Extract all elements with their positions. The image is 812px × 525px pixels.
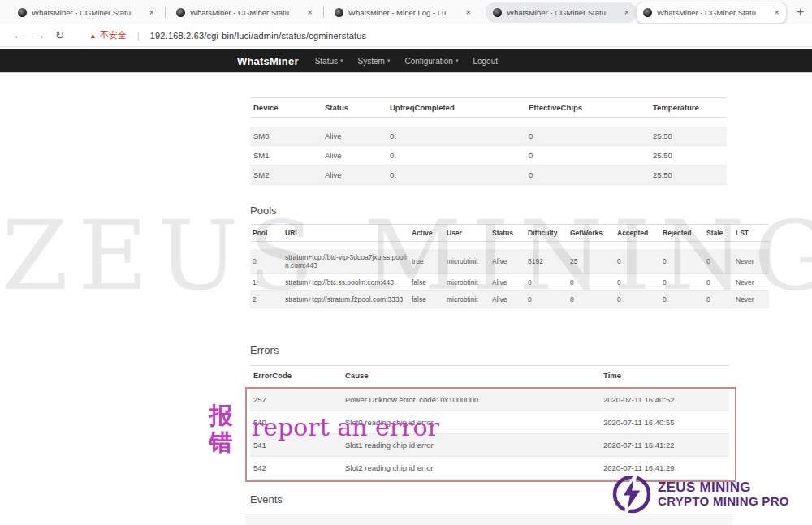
tab-title: WhatsMiner - Miner Log - Lu xyxy=(348,8,461,17)
table-cell: 0 xyxy=(568,291,615,308)
nav-logout[interactable]: Logout xyxy=(473,57,498,66)
tab-close-icon[interactable]: × xyxy=(775,7,780,17)
table-cell: microbtinit xyxy=(444,291,490,308)
table-cell: 0 xyxy=(704,291,733,308)
table-cell: 0 xyxy=(615,291,660,308)
table-cell: Alive xyxy=(490,249,525,274)
whatsminer-favicon xyxy=(493,8,502,17)
whatsminer-favicon xyxy=(335,8,343,17)
pools-table: PoolURLActiveUserStatusDifficultyGetWork… xyxy=(250,224,769,308)
table-cell: Alive xyxy=(322,127,387,146)
lightning-bolt-icon xyxy=(611,473,653,515)
tab-divider xyxy=(482,7,482,18)
table-header-row: DeviceStatusUpfreqCompletedEffectiveChip… xyxy=(250,98,727,118)
table-cell: 0 xyxy=(660,291,704,308)
table-cell: 0 xyxy=(615,274,660,291)
table-cell: 25.50 xyxy=(650,166,727,185)
browser-tab-bar: WhatsMiner - CGMiner Statu × WhatsMiner … xyxy=(0,0,812,24)
table-header-cell: Cause xyxy=(342,366,600,385)
table-cell: 8192 xyxy=(525,249,568,274)
table-row: SM1Alive0025.50 xyxy=(250,146,727,166)
table-cell: 2 xyxy=(250,291,283,308)
security-warning-chip[interactable]: ▲ 不安全 xyxy=(89,29,127,41)
table-row: SM0Alive0025.50 xyxy=(250,127,727,146)
table-cell: Never xyxy=(733,274,769,291)
tab-close-icon[interactable]: × xyxy=(308,7,313,17)
nav-configuration-label: Configuration xyxy=(404,57,452,66)
table-cell: SM1 xyxy=(250,146,322,166)
nav-system[interactable]: System ▾ xyxy=(358,57,391,66)
whatsminer-favicon xyxy=(18,8,27,17)
table-header-cell: Difficulty xyxy=(525,225,568,242)
table-cell: true xyxy=(409,249,444,274)
table-header-row: PoolURLActiveUserStatusDifficultyGetWork… xyxy=(250,225,769,242)
table-cell: 0 xyxy=(615,249,660,274)
errors-heading: Errors xyxy=(250,344,279,356)
table-header-cell: EffectiveChips xyxy=(525,98,650,118)
browser-tab-5-active[interactable]: WhatsMiner - CGMiner Statu × xyxy=(636,2,787,24)
table-header-cell: Accepted xyxy=(615,225,660,242)
table-cell: Never xyxy=(733,249,769,274)
browser-tab-2[interactable]: WhatsMiner - CGMiner Statu × xyxy=(170,2,319,23)
table-header-cell: Active xyxy=(409,225,444,242)
table-cell: 0 xyxy=(660,274,704,291)
tab-title: WhatsMiner - CGMiner Statu xyxy=(507,8,620,17)
table-cell: 0 xyxy=(525,166,650,185)
browser-address-bar: ← → ↻ ▲ 不安全 | 192.168.2.63/cgi-bin/luci/… xyxy=(0,24,812,47)
table-cell: 0 xyxy=(525,127,650,146)
caret-down-icon: ▾ xyxy=(456,58,459,64)
warning-triangle-icon: ▲ xyxy=(89,32,97,40)
table-cell: false xyxy=(409,274,444,291)
table-cell: SM2 xyxy=(250,166,322,185)
nav-status[interactable]: Status ▾ xyxy=(315,57,343,66)
security-warning-label: 不安全 xyxy=(100,29,127,41)
whatsminer-favicon xyxy=(176,8,185,17)
table-cell: 0 xyxy=(704,274,733,291)
device-status-table: DeviceStatusUpfreqCompletedEffectiveChip… xyxy=(250,97,727,185)
table-cell: 0 xyxy=(704,249,733,274)
table-header-cell: Temperature xyxy=(650,98,727,118)
table-cell: SM0 xyxy=(250,127,322,146)
annotation-chinese: 报错 xyxy=(206,402,235,456)
table-cell: 1 xyxy=(250,274,283,291)
browser-tab-4[interactable]: WhatsMiner - CGMiner Statu × xyxy=(486,2,636,23)
table-header-cell: UpfreqCompleted xyxy=(387,98,525,118)
caret-down-icon: ▾ xyxy=(340,58,343,64)
back-icon[interactable]: ← xyxy=(13,29,24,41)
table-cell: stratum+tcp://stratum.f2pool.com:3333 xyxy=(283,291,409,308)
reload-icon[interactable]: ↻ xyxy=(55,29,64,41)
address-url[interactable]: 192.168.2.63/cgi-bin/luci/admin/status/c… xyxy=(150,31,367,41)
table-cell: 25 xyxy=(568,249,615,274)
browser-tab-3[interactable]: WhatsMiner - Miner Log - Lu × xyxy=(328,2,477,23)
table-header-cell: Rejected xyxy=(660,225,704,242)
tab-divider xyxy=(165,7,166,18)
table-row: 2stratum+tcp://stratum.f2pool.com:3333fa… xyxy=(250,291,769,308)
table-cell: 0 xyxy=(387,166,525,185)
nav-configuration[interactable]: Configuration ▾ xyxy=(404,57,458,66)
forward-icon[interactable]: → xyxy=(34,29,45,41)
table-header-cell: User xyxy=(444,225,490,242)
tab-close-icon[interactable]: × xyxy=(149,7,154,17)
table-cell: stratum+tcp://btc-vip-3dcoa7jxu.ss.pooli… xyxy=(283,249,409,274)
nav-status-label: Status xyxy=(315,57,338,66)
table-cell: Alive xyxy=(322,146,387,166)
tab-title: WhatsMiner - CGMiner Statu xyxy=(32,8,145,17)
table-row: SM2Alive0025.50 xyxy=(250,166,727,185)
annotation-english: report an error xyxy=(252,413,439,441)
app-navbar: WhatsMiner Status ▾ System ▾ Configurati… xyxy=(0,49,812,73)
table-cell: 0 xyxy=(525,291,568,308)
tab-close-icon[interactable]: × xyxy=(466,7,471,17)
table-cell: 0 xyxy=(250,249,283,274)
new-tab-button[interactable]: + xyxy=(797,5,804,19)
table-header-cell: Time xyxy=(600,366,729,385)
tab-close-icon[interactable]: × xyxy=(624,7,629,17)
events-table-strip xyxy=(245,514,732,525)
browser-tab-1[interactable]: WhatsMiner - CGMiner Statu × xyxy=(11,2,161,23)
whatsminer-favicon xyxy=(643,8,652,17)
tab-divider xyxy=(323,7,324,18)
zeus-logo-line2: CRYPTO MINING PRO xyxy=(658,495,789,508)
pools-heading: Pools xyxy=(250,204,277,217)
table-cell: false xyxy=(409,291,444,308)
address-divider: | xyxy=(137,31,140,41)
events-heading: Events xyxy=(250,493,283,506)
